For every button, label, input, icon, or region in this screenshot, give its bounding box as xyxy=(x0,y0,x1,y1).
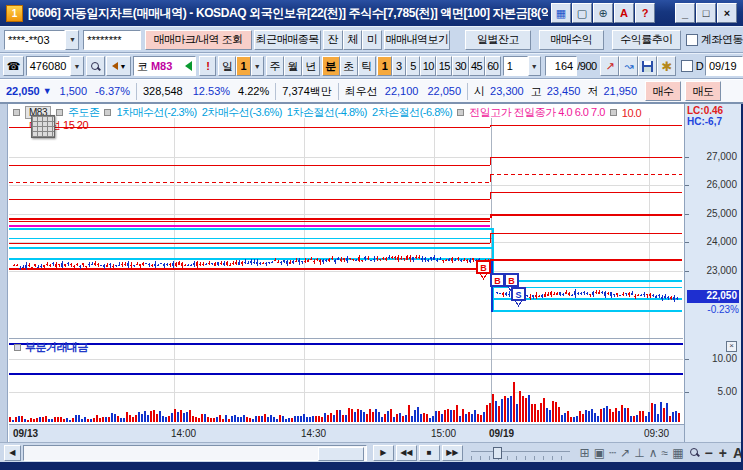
legend-chip[interactable] xyxy=(104,109,111,116)
save-button[interactable] xyxy=(638,56,657,76)
zoom-in-icon[interactable]: + xyxy=(719,446,727,460)
stock-name-field[interactable]: 코 M83 xyxy=(133,56,196,76)
period-dropdown-icon[interactable]: ▼ xyxy=(251,56,264,76)
settings-button[interactable]: ✱ xyxy=(657,56,676,76)
trade-history-button[interactable]: 매매내역보기 xyxy=(384,30,449,50)
d-checkbox[interactable] xyxy=(681,60,692,72)
pane-close-icon[interactable]: × xyxy=(726,341,737,352)
chart-tool-button[interactable]: ↝ xyxy=(619,56,638,76)
window-add-icon[interactable]: ⊞ xyxy=(580,446,590,460)
interval-60-button[interactable]: 60 xyxy=(485,56,501,76)
fast-forward-button[interactable]: ▶▶ xyxy=(442,445,463,461)
zoom-out-icon[interactable]: − xyxy=(705,446,713,460)
trade-amount: 7,374백만 xyxy=(282,84,332,99)
legend-chip[interactable] xyxy=(457,109,464,116)
font-icon[interactable]: A xyxy=(614,3,634,23)
chart-plot[interactable]: BBBS M83 주도존 1차매수선(-2.3%) 2차매수선(-3.6%) 1… xyxy=(9,104,684,442)
stop-button[interactable]: ■ xyxy=(419,445,440,461)
price-axis[interactable]: LC:0.46 HC:-6,7 × 27,00026,00025,00024,0… xyxy=(684,104,741,442)
volume-pane-label: 부분거래대금 xyxy=(14,340,88,355)
bottom-toolbar: ◀ ▶ ◀◀ ■ ▶▶ ⊞▣┄↗⊥∧≈▦ − + A xyxy=(0,442,743,462)
legend-chip[interactable] xyxy=(56,109,63,116)
interval-15-button[interactable]: 15 xyxy=(436,56,452,76)
date-field[interactable]: 09/19 xyxy=(705,56,743,76)
jump-button[interactable]: ↗ xyxy=(600,56,619,76)
yield-trend-button[interactable]: 수익률추이 xyxy=(612,30,681,50)
play-button[interactable]: ▶ xyxy=(373,445,394,461)
scroll-left-button[interactable]: ◀ xyxy=(4,445,21,461)
code-dropdown-icon[interactable]: ▼ xyxy=(70,56,83,76)
buy-marker[interactable]: B xyxy=(477,261,490,279)
chart-canvas[interactable]: BBBS xyxy=(9,104,684,424)
legend-chip[interactable] xyxy=(610,109,617,116)
sound-button[interactable]: ▼ xyxy=(106,56,131,76)
period-tick-button[interactable]: 틱 xyxy=(358,56,376,76)
time-axis-label: 09/13 xyxy=(13,428,38,439)
period-year-button[interactable]: 년 xyxy=(302,56,320,76)
window-copy-icon[interactable]: ▣ xyxy=(594,446,605,460)
buy-button[interactable]: 매수 xyxy=(645,81,681,101)
interval-5-button[interactable]: 5 xyxy=(406,56,420,76)
interval-3-button[interactable]: 3 xyxy=(392,56,406,76)
filled-button[interactable]: 체 xyxy=(343,30,363,50)
zoom-icon[interactable] xyxy=(690,446,699,460)
interval-input[interactable]: 1 xyxy=(503,56,528,76)
interval-dropdown-icon[interactable]: ▼ xyxy=(528,56,541,76)
pin-icon[interactable]: ⊕ xyxy=(593,3,613,23)
interval-1-button[interactable]: 1 xyxy=(377,56,391,76)
search-button[interactable] xyxy=(86,56,105,76)
period-day-n[interactable]: 1 xyxy=(236,56,250,76)
chart-window-icon[interactable]: ▦ xyxy=(551,3,571,23)
chart-panel-icon[interactable]: ▦ xyxy=(672,446,683,460)
period-day-button[interactable]: 일 xyxy=(218,56,236,76)
speed-slider[interactable] xyxy=(471,446,570,460)
password-field[interactable]: ******** xyxy=(83,30,140,50)
stock-icon[interactable]: ☎ xyxy=(3,56,24,76)
new-window-icon[interactable]: ▢ xyxy=(572,3,592,23)
price-axis-label: 27,000 xyxy=(685,151,737,162)
search-icon xyxy=(91,62,100,71)
close-button[interactable]: × xyxy=(717,3,737,23)
rewind-button[interactable]: ◀◀ xyxy=(396,445,417,461)
period-minute-button[interactable]: 분 xyxy=(322,56,340,76)
help-icon[interactable]: ? xyxy=(635,3,655,23)
interval-10-button[interactable]: 10 xyxy=(420,56,436,76)
hc-value: HC:-6,7 xyxy=(687,116,722,127)
interval-45-button[interactable]: 45 xyxy=(469,56,485,76)
sell-button[interactable]: 매도 xyxy=(685,81,721,101)
daily-balance-button[interactable]: 일별잔고 xyxy=(465,30,530,50)
recent-stocks-button[interactable]: 최근매매종목 xyxy=(254,30,321,50)
balance-button[interactable]: 잔 xyxy=(323,30,343,50)
dotted-line-icon[interactable]: ┄ xyxy=(609,446,616,460)
chart-scrollbar[interactable] xyxy=(23,445,367,461)
period-week-button[interactable]: 주 xyxy=(266,56,284,76)
maximize-button[interactable]: □ xyxy=(696,3,716,23)
period-second-button[interactable]: 초 xyxy=(340,56,358,76)
interval-30-button[interactable]: 30 xyxy=(452,56,468,76)
stock-code-field[interactable]: 476080 xyxy=(26,56,71,76)
account-dropdown-icon[interactable]: ▼ xyxy=(65,30,79,50)
legend-chip[interactable] xyxy=(13,109,20,116)
buy-marker[interactable]: B xyxy=(491,274,504,286)
wave-line-icon[interactable]: ≈ xyxy=(662,446,669,460)
trendline-icon[interactable]: ↗ xyxy=(620,446,630,460)
account-link-checkbox[interactable] xyxy=(686,34,698,46)
trade-profit-button[interactable]: 매매수익 xyxy=(539,30,604,50)
time-axis: 09/1314:0014:3015:0009/1909:3009:44:0 xyxy=(9,424,743,442)
period-month-button[interactable]: 월 xyxy=(284,56,302,76)
support-line-icon[interactable]: ⊥ xyxy=(634,446,644,460)
scrollbar-thumb[interactable] xyxy=(318,447,364,461)
account-select[interactable]: ****-**03 xyxy=(4,30,65,50)
sell-marker[interactable]: S xyxy=(512,288,525,306)
slider-thumb[interactable] xyxy=(493,447,502,459)
bar-count-field[interactable]: 164 xyxy=(545,56,577,76)
legend-chip[interactable] xyxy=(14,344,21,351)
best-bid: 22,050 xyxy=(427,85,461,97)
time-axis-label: 14:30 xyxy=(301,428,326,439)
minimize-button[interactable]: _ xyxy=(675,3,695,23)
trade-mark-button[interactable]: 매매마크/내역 조회 xyxy=(145,30,252,50)
peak-line-icon[interactable]: ∧ xyxy=(649,446,658,460)
unfilled-button[interactable]: 미 xyxy=(362,30,382,50)
alert-button[interactable]: ! xyxy=(199,56,216,76)
grid-handle-icon[interactable] xyxy=(31,115,55,138)
